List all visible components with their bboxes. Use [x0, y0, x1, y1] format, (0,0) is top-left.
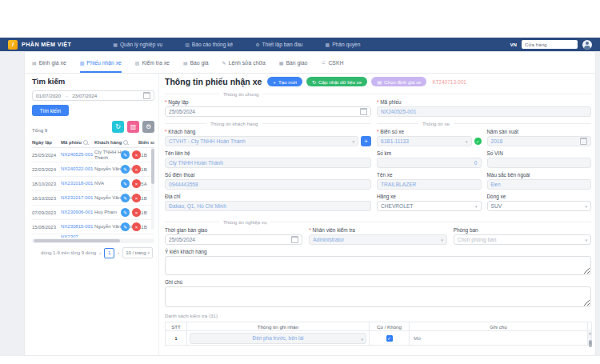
refresh-icon[interactable]: ↻	[112, 121, 124, 133]
brand-select[interactable]: CHEVROLET▾	[377, 201, 482, 211]
chevron-down-icon: ▾	[441, 238, 443, 242]
cell-code-link[interactable]: NX231017-001	[61, 195, 94, 202]
phone-input[interactable]: 0944443558	[165, 179, 371, 190]
horizontal-scrollbar[interactable]	[32, 238, 154, 243]
field-label: Tên xe	[377, 172, 482, 178]
edit-icon[interactable]: ✎	[121, 179, 130, 188]
edit-icon[interactable]: ✎	[121, 222, 130, 231]
create-button[interactable]: +Tạo mới	[267, 77, 302, 86]
edit-icon[interactable]: ✎	[121, 208, 130, 217]
tab-ban-giao[interactable]: ▦Bàn giao	[279, 52, 308, 73]
table-row[interactable]: 18/10/2023 NX231018-001 NVA 65A ✎×	[32, 177, 154, 191]
menu-item-business[interactable]: ▦Quản lý nghiệp vụ	[113, 42, 162, 47]
search-icon[interactable]	[123, 140, 128, 145]
vehicle-name-input[interactable]: TRAILBLAZER	[377, 179, 482, 190]
receipt-code-input[interactable]: NX240525-001	[377, 106, 591, 117]
checklist-col-note: Ghi chú	[410, 322, 588, 331]
delete-icon[interactable]: ×	[132, 179, 141, 188]
menu-item-reports[interactable]: ▥Báo cáo thống kê	[185, 42, 233, 47]
table-row[interactable]: 22/03/2024 NX240322-001 Nguyễn Văn Chói …	[32, 162, 154, 177]
field-label: Số VIN	[487, 150, 592, 156]
table-row[interactable]: 15/08/2023 NX230815-001 Nguyễn Văn Chói …	[32, 220, 154, 234]
choose-valuation-button[interactable]: ▤Chọn định giá xe	[371, 77, 426, 86]
delete-icon[interactable]: ×	[132, 208, 141, 217]
tab-dinh-gia-xe[interactable]: ▤Định giá xe	[32, 52, 66, 73]
tab-cskh[interactable]: ☺CSKH	[321, 52, 343, 73]
date-from[interactable]: 01/07/2020	[36, 93, 61, 98]
notes-textarea[interactable]	[165, 286, 591, 307]
table-row[interactable]: 25/05/2024 NX240525-001 Cty TNHH Hoàn Th…	[32, 148, 154, 162]
cell-code-link[interactable]: NX230906-001	[61, 210, 94, 216]
edit-icon[interactable]: ✎	[121, 194, 130, 202]
customer-column: Ngày lập 25/05/2024 Thông tin khách hàng…	[165, 99, 371, 215]
tab-label: Kiểm tra xe	[142, 60, 170, 66]
scroll-down-icon[interactable]: ▼	[588, 341, 592, 345]
panel-divider	[158, 74, 159, 355]
edit-icon[interactable]: ✎	[121, 150, 130, 159]
delete-icon[interactable]: ×	[132, 165, 141, 174]
search-icon[interactable]	[83, 140, 88, 145]
exterior-color-input[interactable]: Đen	[487, 179, 592, 190]
checklist-stt: 1	[166, 331, 187, 345]
table-row[interactable]: 07/09/2023 NX230906-001 Huy Phạm 51B ✎×	[32, 206, 154, 220]
vertical-scrollbar[interactable]	[151, 148, 154, 230]
page-number[interactable]: 1	[104, 248, 114, 258]
user-avatar-icon[interactable]	[582, 40, 592, 50]
add-customer-button[interactable]: +	[361, 136, 371, 146]
field-label: Số điện thoại	[165, 172, 371, 178]
next-page-icon[interactable]: ›	[118, 250, 119, 255]
department-select[interactable]: Chọn phòng ban▾	[454, 234, 591, 245]
model-line-select[interactable]: SUV▾	[487, 201, 592, 211]
handover-time-input[interactable]: 25/05/2024	[165, 234, 302, 245]
prev-page-icon[interactable]: ‹	[99, 250, 101, 255]
tab-lenh-sua-chua[interactable]: ✎Lệnh sửa chữa	[222, 52, 266, 73]
module-tabs: ▤Định giá xe ▥Phiếu nhận xe ▧Kiểm tra xe…	[25, 52, 595, 74]
contact-name-input[interactable]: Cty TNHH Hoàn Thành	[165, 158, 371, 168]
inspection-ref-code[interactable]: KT240713-001	[432, 79, 466, 85]
field-label: Địa chỉ	[165, 194, 371, 199]
cell-code-link[interactable]: NX230815-001	[61, 224, 94, 230]
tab-kiem-tra-xe[interactable]: ▧Kiểm tra xe	[135, 52, 170, 73]
update-vehicle-data-button[interactable]: ↻Cập nhật dữ liệu xe	[306, 77, 367, 86]
search-button[interactable]: Tìm kiếm	[32, 105, 69, 116]
tab-phieu-nhan-xe[interactable]: ▥Phiếu nhận xe	[80, 52, 122, 73]
cell-code-link[interactable]: NX240322-001	[61, 166, 94, 173]
customer-select[interactable]: CTVHT - Cty TNHH Hoàn Thành▾	[165, 136, 358, 146]
cell-code-link[interactable]: NX240525-001	[61, 152, 94, 158]
checklist-note-cell[interactable]: Mờ	[410, 331, 588, 345]
field-label: Năm sản xuất	[487, 129, 592, 134]
customer-opinion-textarea[interactable]	[165, 256, 591, 275]
search-panel: Tìm kiếm 01/07/2020 → 23/07/2024 Tìm kiế…	[32, 77, 154, 353]
inspector-select[interactable]: Administrator▾	[309, 234, 446, 245]
language-label[interactable]: VN	[510, 42, 517, 47]
delete-icon[interactable]: ×	[132, 150, 141, 159]
page-size-select[interactable]: 10 / trang▾	[122, 247, 153, 258]
cell-date: 15/08/2023	[32, 225, 61, 230]
delete-icon[interactable]: ×	[132, 222, 141, 231]
checklist-scrollbar[interactable]: ▲ ▼	[588, 331, 592, 345]
address-input[interactable]: Đakao, Q1, Hồ Chí Minh	[165, 201, 371, 211]
checklist-item-select[interactable]: Đèn pha trước, bên lái▾	[190, 333, 366, 344]
section-business: Thông tin nghiệp vụ	[165, 219, 591, 225]
checkbox[interactable]: ✓	[386, 335, 393, 342]
edit-icon[interactable]: ✎	[121, 165, 130, 174]
odometer-input[interactable]: 0	[377, 158, 482, 168]
plate-select[interactable]: 61B1-11133▾	[377, 136, 472, 146]
store-select[interactable]: Cửa hàng	[522, 40, 578, 49]
cell-code-link[interactable]: NX231018-001	[61, 181, 94, 187]
scroll-up-icon[interactable]: ▲	[588, 331, 592, 335]
date-range-input[interactable]: 01/07/2020 → 23/07/2024	[32, 90, 154, 101]
vin-input[interactable]	[487, 158, 592, 168]
date-to[interactable]: 23/07/2024	[72, 93, 97, 98]
cell-date: 22/03/2024	[32, 167, 61, 172]
tab-bao-gia[interactable]: ▤Báo giá	[183, 52, 209, 73]
field-label: Tên liên hệ	[165, 150, 371, 156]
menu-item-permissions[interactable]: ▩Phân quyền	[326, 42, 361, 47]
issue-date-input[interactable]: 25/05/2024	[165, 106, 371, 117]
table-row[interactable]: 16/10/2023 NX231017-001 Nguyễn Văn Chói …	[32, 191, 154, 206]
filter-icon[interactable]: ▥	[127, 121, 139, 133]
delete-icon[interactable]: ×	[132, 194, 141, 202]
year-input[interactable]: 2018	[487, 136, 592, 146]
menu-item-setup[interactable]: ⚙Thiết lập ban đầu	[255, 42, 302, 47]
settings-gear-icon[interactable]: ⚙	[142, 121, 154, 133]
